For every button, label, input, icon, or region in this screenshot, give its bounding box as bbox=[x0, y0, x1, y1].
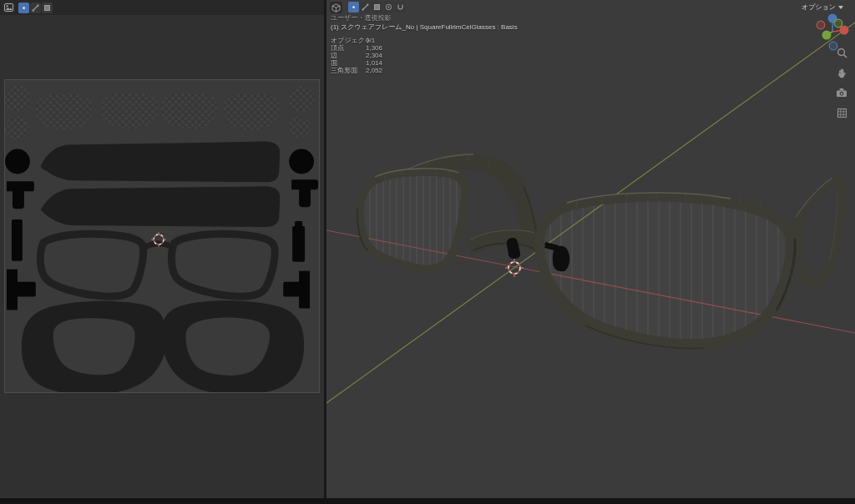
camera-view-button[interactable] bbox=[835, 86, 848, 99]
uv-select-face-icon bbox=[43, 4, 51, 12]
select-vertex-button[interactable] bbox=[348, 2, 359, 13]
right-temple bbox=[794, 175, 847, 288]
gizmo-axis-y-negative[interactable] bbox=[834, 19, 842, 28]
viewport-3d-editor-icon[interactable] bbox=[330, 2, 342, 13]
proportional-edit-icon bbox=[385, 3, 392, 11]
viewport-3d-panel: ユーザー・透視投影 (1) スクウェアフレーム_No | SquareFullr… bbox=[326, 0, 855, 498]
stat-row-vertices: 頂点 1,306 bbox=[331, 44, 518, 52]
uv-image-editor-icon[interactable] bbox=[3, 2, 15, 13]
stat-row-faces: 面 1,014 bbox=[331, 59, 518, 67]
select-face-icon bbox=[373, 3, 381, 11]
orthographic-toggle-button[interactable] bbox=[835, 106, 848, 119]
object-info: (1) スクウェアフレーム_No | SquareFullrimCelGlass… bbox=[331, 23, 518, 31]
viewport-nav-tools bbox=[835, 46, 848, 119]
gizmo-axis-x-negative[interactable] bbox=[817, 21, 825, 29]
uv-select-mode-group bbox=[18, 3, 53, 13]
uv-editor-panel bbox=[0, 0, 324, 498]
uv-image-area[interactable] bbox=[4, 79, 320, 393]
zoom-button[interactable] bbox=[835, 46, 848, 59]
viewport-header-button-group bbox=[348, 2, 406, 13]
snap-button[interactable] bbox=[395, 2, 406, 13]
stat-row-objects: オブジェクト 0/1 bbox=[331, 37, 518, 44]
viewport-overlay-text: ユーザー・透視投影 (1) スクウェアフレーム_No | SquareFullr… bbox=[331, 14, 518, 74]
camera-view-icon bbox=[836, 88, 847, 98]
bridge bbox=[469, 229, 536, 255]
uv-island-frame-filled[interactable] bbox=[22, 300, 304, 393]
pan-hand-icon bbox=[837, 68, 847, 78]
select-edge-icon bbox=[362, 3, 369, 11]
uv-select-vertex-icon bbox=[20, 4, 28, 12]
uv-select-vertex-button[interactable] bbox=[18, 3, 29, 13]
select-vertex-icon bbox=[350, 3, 357, 11]
proportional-edit-button[interactable] bbox=[383, 2, 394, 13]
zoom-icon bbox=[837, 48, 847, 58]
statistics-overlay: オブジェクト 0/1 頂点 1,306 辺 2,304 面 1,014 三角形面 bbox=[331, 37, 518, 74]
options-label: オプション bbox=[802, 3, 836, 12]
options-panel-toggle[interactable]: オプション bbox=[802, 3, 843, 12]
stat-row-edges: 辺 2,304 bbox=[331, 52, 518, 59]
chevron-down-icon bbox=[838, 6, 843, 9]
uv-select-edge-button[interactable] bbox=[30, 3, 41, 13]
uv-island-temple-arms[interactable] bbox=[41, 142, 280, 227]
select-edge-button[interactable] bbox=[360, 2, 371, 13]
uv-island-lenses-hatched[interactable] bbox=[4, 85, 315, 140]
pan-button[interactable] bbox=[835, 66, 848, 79]
editor-cube-icon bbox=[331, 3, 341, 13]
uv-island-frame-outline[interactable] bbox=[40, 234, 275, 296]
uv-select-edge-icon bbox=[32, 4, 39, 12]
gizmo-axis-y-positive[interactable] bbox=[822, 31, 832, 40]
scene-canvas[interactable] bbox=[326, 0, 855, 498]
image-icon bbox=[4, 3, 13, 12]
status-bar bbox=[0, 498, 855, 504]
select-face-button[interactable] bbox=[372, 2, 382, 13]
blender-window: ユーザー・透視投影 (1) スクウェアフレーム_No | SquareFullr… bbox=[0, 0, 855, 504]
uv-select-face-button[interactable] bbox=[42, 3, 53, 13]
view-label: ユーザー・透視投影 bbox=[331, 14, 518, 22]
stat-row-triangles: 三角形面 2,052 bbox=[331, 67, 518, 74]
snap-icon bbox=[397, 3, 404, 11]
orthographic-toggle-icon bbox=[837, 108, 847, 118]
